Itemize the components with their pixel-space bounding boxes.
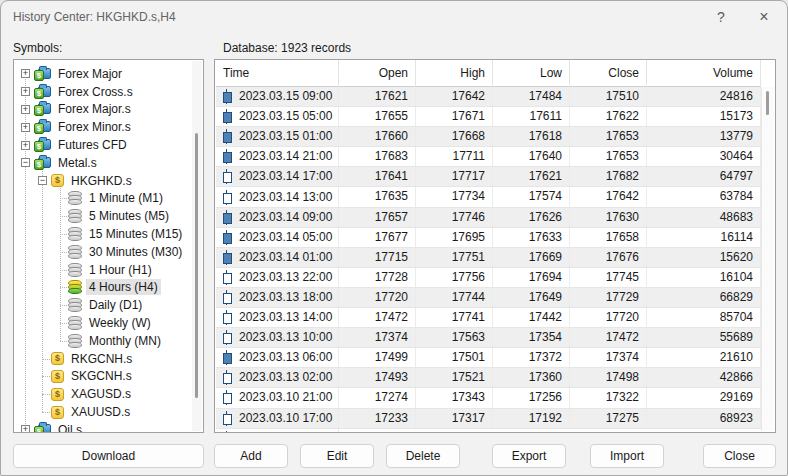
tree-item-forex-minor-s[interactable]: +$Forex Minor.s [14, 118, 203, 136]
cell-low: 17649 [493, 288, 570, 307]
table-body: 2023.03.15 09:00176211764217484175102481… [216, 87, 761, 432]
cell-volume: 30464 [647, 147, 761, 166]
cell-open: 17233 [339, 409, 416, 428]
table-row[interactable]: 2023.03.13 06:00174991750117372173742161… [216, 348, 761, 368]
table-row[interactable]: 2023.03.13 22:00177281775617694177451610… [216, 268, 761, 288]
tree-item-futures-cfd[interactable]: +$Futures CFD [14, 136, 203, 154]
table-row[interactable]: 2023.03.13 02:00174931752117360174984286… [216, 368, 761, 388]
cell-low: 17611 [493, 107, 570, 126]
expand-icon[interactable]: + [21, 425, 30, 432]
tree-scrollbar-thumb[interactable] [195, 133, 198, 398]
table-scrollbar[interactable] [761, 87, 774, 431]
cell-low: 17484 [493, 87, 570, 106]
cell-close: 17676 [570, 248, 647, 267]
table-scrollbar-thumb[interactable] [766, 91, 769, 115]
cell-time: 2023.03.13 02:00 [216, 368, 339, 387]
table-row[interactable]: 2023.03.15 09:00176211764217484175102481… [216, 87, 761, 107]
cell-high: 17746 [416, 208, 493, 227]
tree-item-label: 4 Hours (H4) [86, 279, 161, 295]
table-row[interactable]: 2023.03.14 01:00177151775117669176761562… [216, 248, 761, 268]
symbols-tree: +$Forex Major+$Forex Cross.s+$Forex Majo… [14, 60, 203, 432]
database-icon [68, 263, 82, 277]
tree-item-forex-cross-s[interactable]: +$Forex Cross.s [14, 83, 203, 101]
tree-scrollbar[interactable] [192, 61, 202, 431]
expand-icon[interactable]: + [21, 87, 30, 96]
close-button[interactable]: Close [703, 444, 776, 468]
tree-item-metal-s[interactable]: −$Metal.s [14, 154, 203, 172]
export-button[interactable]: Export [492, 444, 566, 468]
table-row[interactable]: 2023.03.13 14:00174721774117442177208570… [216, 308, 761, 328]
table-header: TimeOpenHighLowCloseVolume [216, 60, 761, 87]
tree-item-label: XAUUSD.s [68, 404, 133, 420]
tree-item-4-hours-h4[interactable]: 4 Hours (H4) [14, 279, 203, 297]
tree-item-30-minutes-m30[interactable]: 30 Minutes (M30) [14, 243, 203, 261]
tree-item-daily-d1[interactable]: Daily (D1) [14, 296, 203, 314]
table-row[interactable]: 2023.03.14 13:00176351773417574176426378… [216, 187, 761, 207]
collapse-icon[interactable]: − [38, 176, 47, 185]
time-value: 2023.03.10 21:00 [239, 388, 332, 407]
cell-close: 17510 [570, 87, 647, 106]
table-row[interactable]: 2023.03.14 05:00176771769517633176581611… [216, 228, 761, 248]
tree-item-weekly-w[interactable]: Weekly (W) [14, 314, 203, 332]
column-header-high[interactable]: High [416, 60, 493, 87]
table-row[interactable]: 2023.03.15 05:00176551767117611176221517… [216, 107, 761, 127]
tree-item-oil-s[interactable]: +$Oil.s [14, 421, 203, 432]
delete-button[interactable]: Delete [386, 444, 460, 468]
expand-icon[interactable]: + [21, 123, 30, 132]
expand-icon[interactable]: + [21, 141, 30, 150]
tree-item-rkgcnh-s[interactable]: $RKGCNH.s [14, 350, 203, 368]
time-value: 2023.03.13 14:00 [239, 308, 332, 327]
database-active-icon [68, 280, 82, 294]
import-button[interactable]: Import [590, 444, 664, 468]
tree-item-label: Forex Major [55, 66, 125, 82]
tree-item-monthly-mn[interactable]: Monthly (MN) [14, 332, 203, 350]
column-header-volume[interactable]: Volume [647, 60, 761, 87]
cell-low: 17574 [493, 187, 570, 206]
cell-low: 17354 [493, 328, 570, 347]
table-row[interactable]: 2023.03.14 21:00176831771117640176533046… [216, 147, 761, 167]
cell-time: 2023.03.13 14:00 [216, 308, 339, 327]
download-button[interactable]: Download [13, 444, 204, 468]
symbols-label: Symbols: [13, 41, 62, 55]
column-header-low[interactable]: Low [493, 60, 570, 87]
tree-item-xauusd-s[interactable]: $XAUUSD.s [14, 403, 203, 421]
collapse-icon[interactable]: − [21, 158, 30, 167]
cell-close: 17720 [570, 308, 647, 327]
tree-item-skgcnh-s[interactable]: $SKGCNH.s [14, 368, 203, 386]
cell-open: 17641 [339, 167, 416, 186]
tree-item-forex-major[interactable]: +$Forex Major [14, 65, 203, 83]
expand-icon[interactable]: + [21, 105, 30, 114]
window-title: History Center: HKGHKD.s,H4 [13, 10, 176, 24]
tree-item-1-minute-m1[interactable]: 1 Minute (M1) [14, 190, 203, 208]
tree-item-1-hour-h1[interactable]: 1 Hour (H1) [14, 261, 203, 279]
expand-icon[interactable]: + [21, 69, 30, 78]
time-value: 2023.03.13 06:00 [239, 348, 332, 367]
add-button[interactable]: Add [214, 444, 288, 468]
cell-time: 2023.03.10 17:00 [216, 409, 339, 428]
tree-item-xagusd-s[interactable]: $XAGUSD.s [14, 385, 203, 403]
column-header-open[interactable]: Open [339, 60, 416, 87]
cell-volume: 29169 [647, 388, 761, 407]
close-window-icon[interactable]: × [749, 6, 779, 28]
table-row[interactable]: 2023.03.13 10:00173741756317354174725568… [216, 328, 761, 348]
tree-item-hkghkd-s[interactable]: −$HKGHKD.s [14, 172, 203, 190]
table-row[interactable]: 2023.03.15 01:00176601766817618176531377… [216, 127, 761, 147]
table-row-partial[interactable] [216, 429, 761, 432]
edit-button[interactable]: Edit [300, 444, 374, 468]
table-row[interactable]: 2023.03.14 09:00176571774617626176304868… [216, 208, 761, 228]
column-header-time[interactable]: Time [216, 60, 339, 87]
time-value: 2023.03.15 01:00 [239, 127, 332, 146]
folder-dollar-icon: $ [34, 138, 51, 152]
table-row[interactable]: 2023.03.10 17:00172331731717192172756892… [216, 409, 761, 429]
table-row[interactable]: 2023.03.13 18:00177201774417649177296682… [216, 288, 761, 308]
tree-item-5-minutes-m5[interactable]: 5 Minutes (M5) [14, 207, 203, 225]
help-icon[interactable]: ? [706, 6, 736, 28]
tree-item-label: 1 Hour (H1) [86, 262, 155, 278]
cell-close: 17653 [570, 147, 647, 166]
tree-item-15-minutes-m15[interactable]: 15 Minutes (M15) [14, 225, 203, 243]
column-header-close[interactable]: Close [570, 60, 647, 87]
tree-item-forex-major-s[interactable]: +$Forex Major.s [14, 101, 203, 119]
cell-volume: 21610 [647, 348, 761, 367]
table-row[interactable]: 2023.03.14 17:00176411771717621176826479… [216, 167, 761, 187]
table-row[interactable]: 2023.03.10 21:00172741734317256173222916… [216, 388, 761, 408]
